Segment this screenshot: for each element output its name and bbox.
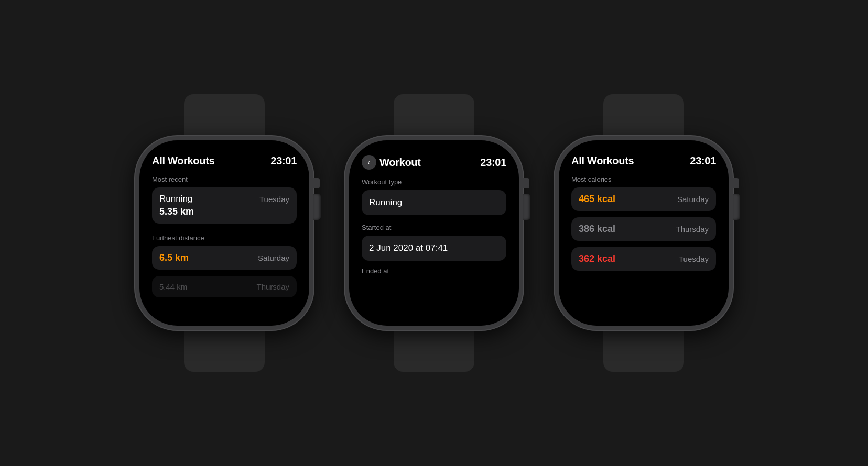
watch-3-body: All Workouts 23:01 Most calories 465 kca… (555, 136, 733, 330)
watch-3-band-top (603, 94, 684, 136)
watch-3-time: 23:01 (690, 155, 716, 167)
watch-2-back-circle: ‹ (362, 155, 376, 170)
watch-1-crown (313, 194, 321, 220)
watch-3-cal-card2: 386 kcal Thursday (571, 217, 716, 241)
watch-1-furthest-row1: 6.5 km Saturday (159, 252, 289, 263)
watch-1-recent-row2: 5.35 km (159, 206, 289, 217)
watch-1-recent-row1: Running Tuesday (159, 194, 289, 204)
watch-1-screen: All Workouts 23:01 Most recent Running T… (139, 140, 309, 326)
watch-1-furthest-day2: Thursday (256, 282, 289, 291)
watch-1-body: All Workouts 23:01 Most recent Running T… (135, 136, 313, 330)
watch-2-back-btn[interactable]: ‹ Workout (362, 155, 421, 170)
watch-2-body: ‹ Workout 23:01 Workout type Running Sta… (345, 136, 523, 330)
watches-container: All Workouts 23:01 Most recent Running T… (135, 94, 733, 372)
watch-1-header: All Workouts 23:01 (152, 155, 297, 167)
watch-1-furthest-value2: 5.44 km (159, 282, 187, 291)
watch-2-type-text: Running (369, 197, 402, 207)
watch-3-cal-row2: 386 kcal Thursday (579, 224, 709, 235)
watch-1-furthest-day1: Saturday (258, 253, 289, 262)
watch-2-header: ‹ Workout 23:01 (362, 155, 506, 170)
watch-3-cal-row3: 362 kcal Tuesday (579, 253, 709, 264)
watch-2-crown (523, 194, 530, 220)
watch-3-btn (733, 178, 739, 188)
watch-1-title: All Workouts (152, 155, 214, 167)
watch-3-cal-value2: 386 kcal (579, 224, 615, 235)
watch-2-btn (523, 178, 529, 188)
watch-2-band-bottom (394, 330, 474, 372)
watch-3-band-bottom (603, 330, 684, 372)
watch-1-spacer (152, 230, 297, 234)
watch-3-crown (733, 194, 740, 220)
watch-1-recent-card: Running Tuesday 5.35 km (152, 187, 297, 224)
watch-3-cal-value3: 362 kcal (579, 253, 615, 264)
watch-1-recent-title: Running (159, 194, 192, 204)
watch-3-cal-value1: 465 kcal (579, 194, 615, 205)
watch-2-time: 23:01 (480, 157, 506, 169)
watch-3-title: All Workouts (571, 155, 634, 167)
watch-1-furthest-value1: 6.5 km (159, 252, 189, 263)
watch-2-started-label: Started at (362, 224, 506, 231)
watch-3-cal-day3: Tuesday (679, 254, 709, 263)
watch-3-header: All Workouts 23:01 (571, 155, 716, 167)
watch-1-recent-day: Tuesday (259, 195, 289, 204)
watch-1-furthest-card1: 6.5 km Saturday (152, 246, 297, 270)
watch-1-band-bottom (184, 330, 265, 372)
watch-3-cal-card3: 362 kcal Tuesday (571, 247, 716, 271)
back-chevron-icon: ‹ (367, 158, 370, 167)
watch-2-started-text: 2 Jun 2020 at 07:41 (369, 243, 448, 253)
watch-1-recent-value: 5.35 km (159, 206, 194, 217)
watch-3-cal-card1: 465 kcal Saturday (571, 187, 716, 211)
watch-1: All Workouts 23:01 Most recent Running T… (135, 94, 313, 372)
watch-3-cal-day1: Saturday (677, 195, 709, 204)
watch-3-cal-row1: 465 kcal Saturday (579, 194, 709, 205)
watch-2-type-label: Workout type (362, 178, 506, 186)
watch-2-type-card: Running (362, 190, 506, 215)
watch-2-band-top (394, 94, 474, 136)
watch-3-calories-label: Most calories (571, 175, 716, 183)
watch-1-section-furthest-label: Furthest distance (152, 234, 297, 242)
watch-2: ‹ Workout 23:01 Workout type Running Sta… (345, 94, 523, 372)
watch-3-screen: All Workouts 23:01 Most calories 465 kca… (559, 140, 729, 326)
watch-1-band-top (184, 94, 265, 136)
watch-2-ended-label: Ended at (362, 267, 506, 275)
watch-1-section-recent-label: Most recent (152, 175, 297, 183)
watch-1-btn (313, 178, 320, 188)
watch-2-started-card: 2 Jun 2020 at 07:41 (362, 236, 506, 261)
watch-2-screen: ‹ Workout 23:01 Workout type Running Sta… (349, 140, 519, 326)
watch-3: All Workouts 23:01 Most calories 465 kca… (555, 94, 733, 372)
watch-1-furthest-card2: 5.44 km Thursday (152, 276, 297, 297)
watch-3-cal-day2: Thursday (676, 225, 709, 234)
watch-2-title: Workout (379, 157, 421, 169)
watch-1-time: 23:01 (270, 155, 297, 167)
